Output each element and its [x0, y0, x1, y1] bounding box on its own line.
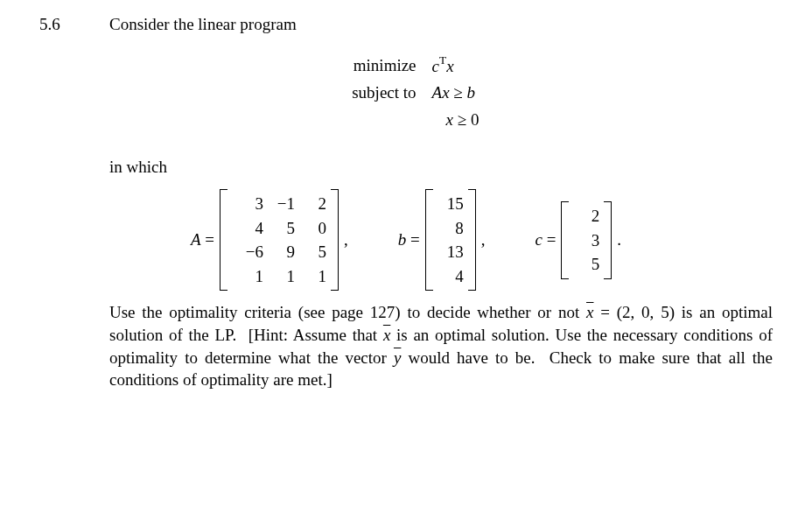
comma2: , — [481, 228, 486, 252]
lp-formulation: minimize cTx subject to Ax ≥ b x ≥ 0 — [39, 53, 773, 140]
A-label: A = — [191, 228, 214, 252]
vector-b: 15 8 13 4 — [425, 189, 476, 291]
c-label: c = — [535, 228, 556, 252]
constraint2: x ≥ 0 — [432, 107, 480, 133]
b-label: b = — [398, 228, 420, 252]
minimize-label: minimize — [333, 53, 416, 81]
period: . — [617, 228, 621, 252]
problem-number: 5.6 — [39, 13, 83, 37]
matrix-definitions: A = 3−12 450 −695 111 , b = 15 8 13 4 , … — [39, 189, 773, 291]
matrix-A: 3−12 450 −695 111 — [220, 189, 339, 291]
problem-body: Use the optimality criteria (see page 12… — [109, 301, 773, 391]
in-which-text: in which — [109, 156, 773, 179]
constraint1: Ax ≥ b — [432, 80, 475, 106]
comma1: , — [344, 228, 348, 252]
problem-header: 5.6 Consider the linear program — [39, 13, 773, 37]
subject-to-label: subject to — [333, 80, 416, 106]
objective: cTx — [432, 53, 454, 81]
vector-c: 2 3 5 — [561, 201, 612, 279]
problem-intro: Consider the linear program — [109, 13, 773, 37]
